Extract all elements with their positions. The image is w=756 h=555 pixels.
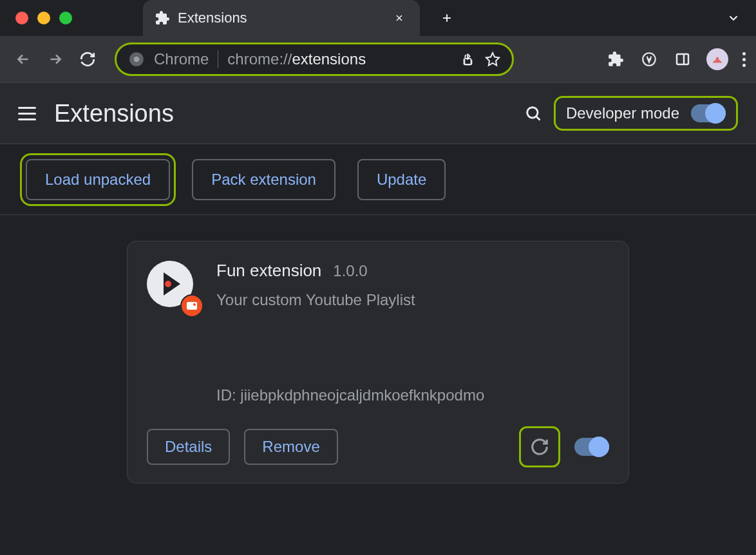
chrome-logo-icon <box>128 51 145 68</box>
update-button[interactable]: Update <box>357 159 446 200</box>
puzzle-icon <box>155 10 170 26</box>
bookmark-star-icon[interactable] <box>485 52 500 67</box>
extension-id: ID: jiiebpkdphneojcaljdmkoefknkpodmo <box>216 386 609 404</box>
address-bar-highlight: Chrome chrome://extensions <box>115 42 514 76</box>
side-panel-icon[interactable] <box>673 50 692 69</box>
profile-avatar[interactable] <box>706 48 728 70</box>
browser-tab[interactable]: Extensions <box>143 0 420 36</box>
extensions-list: Fun extension 1.0.0 Your custom Youtube … <box>0 215 756 484</box>
page-title: Extensions <box>54 100 174 127</box>
window-titlebar: Extensions <box>0 0 756 36</box>
toolbar-right-group <box>606 48 746 70</box>
remove-button[interactable]: Remove <box>244 429 337 465</box>
pack-extension-button[interactable]: Pack extension <box>192 159 335 200</box>
extension-description: Your custom Youtube Playlist <box>216 291 609 309</box>
menu-button[interactable] <box>18 104 36 122</box>
toggle-knob <box>705 103 726 124</box>
share-icon[interactable] <box>460 52 475 66</box>
extension-icon <box>147 261 198 312</box>
extensions-header: Extensions Developer mode <box>0 82 756 144</box>
new-tab-button[interactable] <box>435 6 458 30</box>
browser-toolbar: Chrome chrome://extensions <box>0 36 756 82</box>
reload-extension-button[interactable] <box>525 432 554 462</box>
svg-rect-4 <box>677 54 688 64</box>
address-url: chrome://extensions <box>227 50 366 68</box>
close-tab-button[interactable] <box>390 9 408 27</box>
address-separator <box>218 50 218 68</box>
developer-actions-row: Load unpacked Pack extension Update <box>0 144 756 215</box>
extension-enable-toggle[interactable] <box>574 438 609 456</box>
toggle-knob <box>589 437 609 457</box>
window-controls <box>15 12 72 24</box>
reload-extension-highlight <box>519 426 560 467</box>
svg-point-5 <box>527 108 538 118</box>
window-minimize-button[interactable] <box>37 12 50 24</box>
load-unpacked-button[interactable]: Load unpacked <box>26 159 170 200</box>
reload-page-button[interactable] <box>75 46 100 72</box>
address-bar[interactable]: Chrome chrome://extensions <box>115 42 514 76</box>
search-button[interactable] <box>524 104 542 122</box>
tabs-dropdown-button[interactable] <box>726 11 741 25</box>
window-maximize-button[interactable] <box>59 12 72 24</box>
extension-name: Fun extension <box>216 261 321 281</box>
back-button[interactable] <box>10 46 36 72</box>
extension-shortcut-icon[interactable] <box>639 50 659 69</box>
extension-card: Fun extension 1.0.0 Your custom Youtube … <box>127 241 629 484</box>
developer-mode-highlight: Developer mode <box>554 96 738 131</box>
browser-menu-button[interactable] <box>742 52 746 67</box>
unpacked-badge-icon <box>180 294 203 317</box>
address-scheme-label: Chrome <box>154 50 209 68</box>
svg-point-1 <box>134 57 140 62</box>
developer-mode-label: Developer mode <box>566 104 679 122</box>
developer-mode-toggle[interactable] <box>691 104 726 122</box>
forward-button[interactable] <box>43 46 68 72</box>
details-button[interactable]: Details <box>147 429 230 465</box>
tab-title: Extensions <box>178 10 383 26</box>
window-close-button[interactable] <box>15 12 28 24</box>
extension-version: 1.0.0 <box>333 262 367 280</box>
extensions-puzzle-icon[interactable] <box>606 50 625 69</box>
